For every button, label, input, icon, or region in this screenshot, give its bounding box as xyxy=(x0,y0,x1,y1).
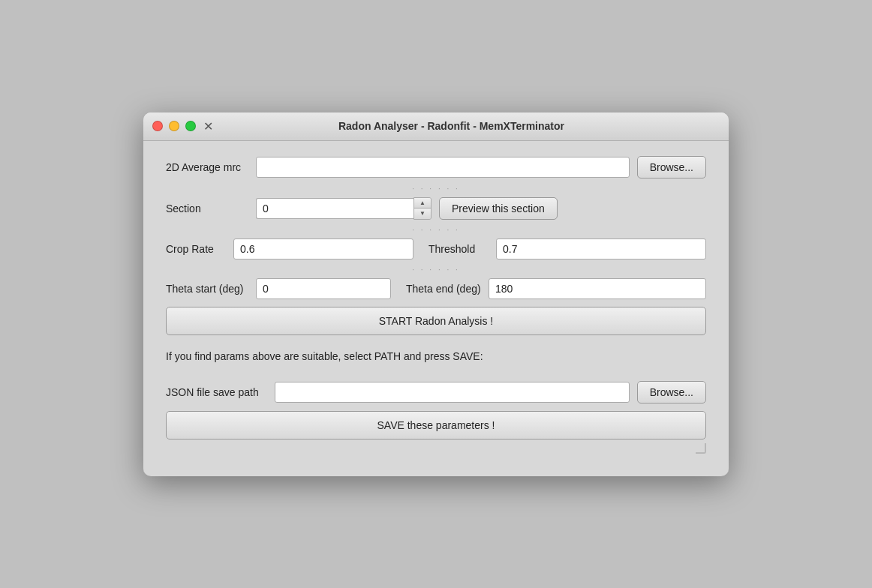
theta-row: Theta start (deg) Theta end (deg) xyxy=(166,278,706,299)
divider-1: · · · · · · xyxy=(166,184,706,193)
crop-rate-label: Crop Rate xyxy=(166,243,226,255)
mrc-browse-button[interactable]: Browse... xyxy=(637,156,706,178)
app-window: ✕ Radon Analyser - Radonfit - MemXTermin… xyxy=(143,112,729,476)
json-label: JSON file save path xyxy=(166,386,275,398)
json-browse-button[interactable]: Browse... xyxy=(637,381,706,404)
start-button-row: START Radon Analysis ! xyxy=(166,307,706,335)
titlebar: ✕ Radon Analyser - Radonfit - MemXTermin… xyxy=(143,112,729,141)
section-row: Section ▲ ▼ Preview this section xyxy=(166,197,706,220)
save-params-button[interactable]: SAVE these parameters ! xyxy=(166,411,706,440)
mrc-label: 2D Average mrc xyxy=(166,161,256,173)
resize-icon xyxy=(696,443,706,454)
json-row: JSON file save path Browse... xyxy=(166,381,706,404)
title-icon: ✕ xyxy=(203,119,213,134)
section-spin-buttons: ▲ ▼ xyxy=(413,197,431,220)
json-path-input[interactable] xyxy=(275,382,630,403)
traffic-lights xyxy=(152,121,196,131)
theta-end-input[interactable] xyxy=(489,278,706,299)
threshold-input[interactable] xyxy=(496,238,706,260)
crop-thresh-row: Crop Rate Threshold xyxy=(166,238,706,260)
section-spin-down[interactable]: ▼ xyxy=(414,208,431,219)
save-button-row: SAVE these parameters ! xyxy=(166,411,706,440)
theta-end-label: Theta end (deg) xyxy=(406,283,481,295)
resize-handle-area xyxy=(166,443,706,454)
minimize-button[interactable] xyxy=(169,121,179,131)
main-content: 2D Average mrc Browse... · · · · · · Sec… xyxy=(143,141,729,476)
window-title: Radon Analyser - Radonfit - MemXTerminat… xyxy=(213,120,690,132)
section-label: Section xyxy=(166,202,256,214)
info-text: If you find params above are suitable, s… xyxy=(166,350,706,362)
close-button[interactable] xyxy=(152,121,163,131)
divider-3: · · · · · · xyxy=(166,266,706,274)
mrc-input[interactable] xyxy=(256,157,630,178)
theta-start-label: Theta start (deg) xyxy=(166,283,248,295)
threshold-label: Threshold xyxy=(428,243,489,255)
section-input[interactable] xyxy=(256,198,413,219)
section-spinner: ▲ ▼ xyxy=(256,197,431,220)
start-radon-button[interactable]: START Radon Analysis ! xyxy=(166,307,706,335)
mrc-row: 2D Average mrc Browse... xyxy=(166,156,706,178)
section-spin-up[interactable]: ▲ xyxy=(414,198,431,208)
crop-rate-input[interactable] xyxy=(233,238,413,260)
theta-start-input[interactable] xyxy=(256,278,391,299)
maximize-button[interactable] xyxy=(185,121,196,131)
preview-button[interactable]: Preview this section xyxy=(439,197,558,220)
divider-2: · · · · · · xyxy=(166,226,706,234)
